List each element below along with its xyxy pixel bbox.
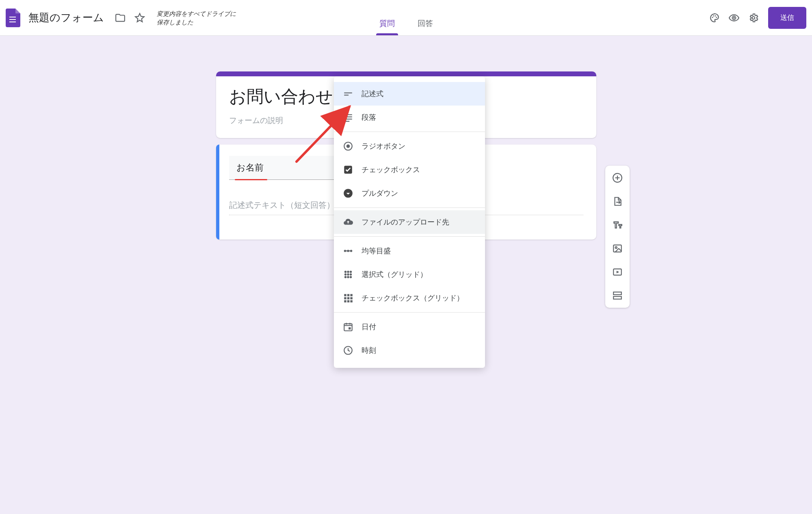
svg-rect-41 <box>350 294 352 296</box>
qtype-label: チェックボックス <box>362 165 420 175</box>
tab-bar: 質問 回答 <box>378 16 435 35</box>
svg-point-33 <box>344 273 346 275</box>
cloud-upload-icon <box>343 217 353 227</box>
qtype-grid-multiple[interactable]: 選択式（グリッド） <box>334 263 485 286</box>
qtype-label: ファイルのアップロード先 <box>362 217 449 227</box>
qtype-label: チェックボックス（グリッド） <box>362 293 464 303</box>
plus-circle-icon <box>612 173 623 183</box>
svg-point-3 <box>716 17 717 18</box>
gear-icon <box>748 13 759 23</box>
qtype-radio[interactable]: ラジオボタン <box>334 134 485 158</box>
add-section-button[interactable] <box>609 287 626 304</box>
svg-point-23 <box>346 145 350 148</box>
add-video-button[interactable] <box>609 264 626 280</box>
add-image-button[interactable] <box>609 240 626 257</box>
svg-point-2 <box>715 15 716 16</box>
svg-rect-39 <box>344 294 346 296</box>
document-title[interactable]: 無題のフォーム <box>28 11 104 25</box>
short-answer-icon <box>343 89 353 99</box>
qtype-label: 時刻 <box>362 346 376 355</box>
send-button[interactable]: 送信 <box>768 7 806 29</box>
menu-separator <box>334 312 485 313</box>
qtype-paragraph[interactable]: 段落 <box>334 106 485 129</box>
svg-rect-43 <box>347 297 349 299</box>
paragraph-icon <box>343 112 353 123</box>
svg-rect-45 <box>344 300 346 302</box>
settings-button[interactable] <box>744 8 763 28</box>
svg-point-11 <box>615 247 617 248</box>
qtype-label: 均等目盛 <box>362 246 391 256</box>
qtype-time[interactable]: 時刻 <box>334 339 485 362</box>
qtype-date[interactable]: 日付 <box>334 315 485 339</box>
save-status-line2: 保存しました <box>157 19 193 26</box>
radio-icon <box>343 141 353 151</box>
qtype-linear-scale[interactable]: 均等目盛 <box>334 239 485 263</box>
import-icon <box>612 196 623 207</box>
tab-questions[interactable]: 質問 <box>378 16 396 35</box>
side-toolbar <box>605 166 630 308</box>
palette-icon <box>709 13 720 23</box>
add-question-button[interactable] <box>609 170 626 186</box>
image-icon <box>612 243 623 254</box>
qtype-file-upload[interactable]: ファイルのアップロード先 <box>334 210 485 234</box>
svg-point-1 <box>713 15 714 16</box>
theme-button[interactable] <box>705 8 724 28</box>
workspace: お問い合わせフォーム フォームの説明 記述式テキスト（短文回答） <box>0 36 812 240</box>
import-questions-button[interactable] <box>609 193 626 209</box>
menu-separator <box>334 132 485 132</box>
qtype-grid-checkbox[interactable]: チェックボックス（グリッド） <box>334 286 485 310</box>
svg-marker-13 <box>616 271 619 274</box>
svg-rect-52 <box>349 327 351 329</box>
svg-point-35 <box>349 273 351 275</box>
menu-separator <box>334 207 485 208</box>
video-icon <box>612 267 623 277</box>
preview-button[interactable] <box>724 8 744 28</box>
qtype-label: ラジオボタン <box>362 141 405 151</box>
grid-checkbox-icon <box>343 293 353 303</box>
qtype-short-answer[interactable]: 記述式 <box>334 82 485 106</box>
grid-radio-icon <box>343 269 353 280</box>
section-icon <box>612 290 623 301</box>
svg-rect-14 <box>613 292 621 295</box>
svg-rect-40 <box>347 294 349 296</box>
svg-rect-47 <box>350 300 352 302</box>
title-tt-icon <box>612 220 623 230</box>
svg-point-34 <box>347 273 349 275</box>
svg-rect-17 <box>344 95 349 95</box>
add-title-button[interactable] <box>609 217 626 233</box>
svg-point-4 <box>733 17 735 18</box>
qtype-checkbox[interactable]: チェックボックス <box>334 158 485 181</box>
svg-rect-48 <box>344 324 352 330</box>
svg-rect-16 <box>344 93 352 93</box>
tab-responses[interactable]: 回答 <box>416 16 435 35</box>
svg-rect-20 <box>344 119 352 119</box>
save-status: 変更内容をすべてドライブに 保存しました <box>157 9 236 26</box>
qtype-dropdown[interactable]: プルダウン <box>334 181 485 205</box>
qtype-label: プルダウン <box>362 188 398 198</box>
clock-icon <box>343 345 353 356</box>
star-button[interactable] <box>130 8 149 28</box>
svg-point-30 <box>344 271 346 273</box>
menu-separator <box>334 236 485 237</box>
qtype-label: 段落 <box>362 112 376 122</box>
svg-rect-10 <box>613 245 621 252</box>
app-header: 無題のフォーム 変更内容をすべてドライブに 保存しました 送信 質問 回答 <box>0 0 812 36</box>
eye-icon <box>729 13 739 23</box>
svg-point-38 <box>349 276 351 278</box>
svg-point-36 <box>344 276 346 278</box>
calendar-icon <box>343 322 353 332</box>
save-status-line1: 変更内容をすべてドライブに <box>157 10 236 17</box>
folder-button[interactable] <box>110 8 130 28</box>
star-icon <box>134 13 145 23</box>
svg-point-31 <box>347 271 349 273</box>
qtype-label: 日付 <box>362 322 376 332</box>
svg-rect-21 <box>344 121 349 122</box>
linear-scale-icon <box>343 246 353 256</box>
qtype-label: 記述式 <box>362 89 383 99</box>
qtype-label: 選択式（グリッド） <box>362 270 427 279</box>
svg-rect-46 <box>347 300 349 302</box>
svg-rect-19 <box>344 117 352 117</box>
svg-rect-44 <box>350 297 352 299</box>
svg-rect-15 <box>613 296 621 299</box>
forms-logo-icon[interactable] <box>6 9 20 27</box>
